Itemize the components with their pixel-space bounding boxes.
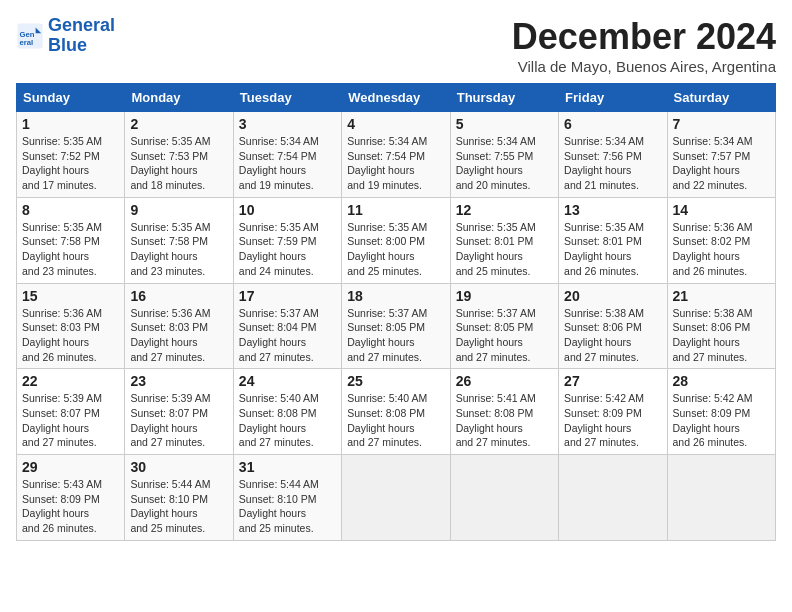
day-detail: Sunrise: 5:34 AMSunset: 7:54 PMDaylight …	[347, 135, 427, 191]
day-detail: Sunrise: 5:37 AMSunset: 8:04 PMDaylight …	[239, 307, 319, 363]
day-number: 27	[564, 373, 661, 389]
calendar-cell: 21 Sunrise: 5:38 AMSunset: 8:06 PMDaylig…	[667, 283, 775, 369]
calendar-cell: 20 Sunrise: 5:38 AMSunset: 8:06 PMDaylig…	[559, 283, 667, 369]
calendar-cell: 22 Sunrise: 5:39 AMSunset: 8:07 PMDaylig…	[17, 369, 125, 455]
calendar-cell: 14 Sunrise: 5:36 AMSunset: 8:02 PMDaylig…	[667, 197, 775, 283]
day-detail: Sunrise: 5:35 AMSunset: 7:58 PMDaylight …	[130, 221, 210, 277]
day-number: 3	[239, 116, 336, 132]
calendar-cell: 4 Sunrise: 5:34 AMSunset: 7:54 PMDayligh…	[342, 112, 450, 198]
day-number: 25	[347, 373, 444, 389]
calendar-cell	[342, 455, 450, 541]
day-detail: Sunrise: 5:40 AMSunset: 8:08 PMDaylight …	[347, 392, 427, 448]
day-detail: Sunrise: 5:37 AMSunset: 8:05 PMDaylight …	[347, 307, 427, 363]
calendar-cell: 24 Sunrise: 5:40 AMSunset: 8:08 PMDaylig…	[233, 369, 341, 455]
day-number: 17	[239, 288, 336, 304]
weekday-header: Thursday	[450, 84, 558, 112]
day-detail: Sunrise: 5:35 AMSunset: 7:59 PMDaylight …	[239, 221, 319, 277]
calendar-cell: 25 Sunrise: 5:40 AMSunset: 8:08 PMDaylig…	[342, 369, 450, 455]
day-detail: Sunrise: 5:35 AMSunset: 8:00 PMDaylight …	[347, 221, 427, 277]
day-number: 13	[564, 202, 661, 218]
day-number: 8	[22, 202, 119, 218]
day-number: 19	[456, 288, 553, 304]
day-detail: Sunrise: 5:35 AMSunset: 7:52 PMDaylight …	[22, 135, 102, 191]
day-number: 24	[239, 373, 336, 389]
calendar-title: December 2024	[512, 16, 776, 58]
day-detail: Sunrise: 5:38 AMSunset: 8:06 PMDaylight …	[673, 307, 753, 363]
day-detail: Sunrise: 5:40 AMSunset: 8:08 PMDaylight …	[239, 392, 319, 448]
day-number: 30	[130, 459, 227, 475]
calendar-cell: 16 Sunrise: 5:36 AMSunset: 8:03 PMDaylig…	[125, 283, 233, 369]
day-detail: Sunrise: 5:34 AMSunset: 7:54 PMDaylight …	[239, 135, 319, 191]
day-detail: Sunrise: 5:34 AMSunset: 7:56 PMDaylight …	[564, 135, 644, 191]
calendar-cell: 30 Sunrise: 5:44 AMSunset: 8:10 PMDaylig…	[125, 455, 233, 541]
calendar-subtitle: Villa de Mayo, Buenos Aires, Argentina	[512, 58, 776, 75]
day-detail: Sunrise: 5:34 AMSunset: 7:55 PMDaylight …	[456, 135, 536, 191]
day-detail: Sunrise: 5:43 AMSunset: 8:09 PMDaylight …	[22, 478, 102, 534]
day-detail: Sunrise: 5:39 AMSunset: 8:07 PMDaylight …	[22, 392, 102, 448]
day-number: 2	[130, 116, 227, 132]
day-number: 12	[456, 202, 553, 218]
calendar-week-row: 1 Sunrise: 5:35 AMSunset: 7:52 PMDayligh…	[17, 112, 776, 198]
calendar-week-row: 8 Sunrise: 5:35 AMSunset: 7:58 PMDayligh…	[17, 197, 776, 283]
day-number: 11	[347, 202, 444, 218]
calendar-cell: 9 Sunrise: 5:35 AMSunset: 7:58 PMDayligh…	[125, 197, 233, 283]
calendar-cell: 17 Sunrise: 5:37 AMSunset: 8:04 PMDaylig…	[233, 283, 341, 369]
calendar-cell: 1 Sunrise: 5:35 AMSunset: 7:52 PMDayligh…	[17, 112, 125, 198]
calendar-cell: 11 Sunrise: 5:35 AMSunset: 8:00 PMDaylig…	[342, 197, 450, 283]
day-number: 6	[564, 116, 661, 132]
day-number: 31	[239, 459, 336, 475]
calendar-cell: 8 Sunrise: 5:35 AMSunset: 7:58 PMDayligh…	[17, 197, 125, 283]
calendar-cell: 27 Sunrise: 5:42 AMSunset: 8:09 PMDaylig…	[559, 369, 667, 455]
day-detail: Sunrise: 5:36 AMSunset: 8:03 PMDaylight …	[22, 307, 102, 363]
logo-icon: Gen eral	[16, 22, 44, 50]
calendar-cell: 28 Sunrise: 5:42 AMSunset: 8:09 PMDaylig…	[667, 369, 775, 455]
calendar-week-row: 29 Sunrise: 5:43 AMSunset: 8:09 PMDaylig…	[17, 455, 776, 541]
calendar-cell	[450, 455, 558, 541]
svg-text:eral: eral	[20, 38, 34, 47]
day-number: 7	[673, 116, 770, 132]
calendar-cell: 3 Sunrise: 5:34 AMSunset: 7:54 PMDayligh…	[233, 112, 341, 198]
day-number: 26	[456, 373, 553, 389]
day-number: 14	[673, 202, 770, 218]
weekday-header-row: SundayMondayTuesdayWednesdayThursdayFrid…	[17, 84, 776, 112]
day-detail: Sunrise: 5:44 AMSunset: 8:10 PMDaylight …	[130, 478, 210, 534]
day-detail: Sunrise: 5:36 AMSunset: 8:03 PMDaylight …	[130, 307, 210, 363]
weekday-header: Wednesday	[342, 84, 450, 112]
day-number: 21	[673, 288, 770, 304]
weekday-header: Tuesday	[233, 84, 341, 112]
calendar-cell	[667, 455, 775, 541]
day-number: 10	[239, 202, 336, 218]
weekday-header: Monday	[125, 84, 233, 112]
day-number: 20	[564, 288, 661, 304]
weekday-header: Friday	[559, 84, 667, 112]
day-detail: Sunrise: 5:35 AMSunset: 7:53 PMDaylight …	[130, 135, 210, 191]
day-number: 15	[22, 288, 119, 304]
day-number: 28	[673, 373, 770, 389]
day-detail: Sunrise: 5:39 AMSunset: 8:07 PMDaylight …	[130, 392, 210, 448]
calendar-table: SundayMondayTuesdayWednesdayThursdayFrid…	[16, 83, 776, 541]
day-detail: Sunrise: 5:42 AMSunset: 8:09 PMDaylight …	[564, 392, 644, 448]
calendar-cell: 6 Sunrise: 5:34 AMSunset: 7:56 PMDayligh…	[559, 112, 667, 198]
calendar-cell: 26 Sunrise: 5:41 AMSunset: 8:08 PMDaylig…	[450, 369, 558, 455]
calendar-cell: 19 Sunrise: 5:37 AMSunset: 8:05 PMDaylig…	[450, 283, 558, 369]
day-detail: Sunrise: 5:35 AMSunset: 8:01 PMDaylight …	[564, 221, 644, 277]
weekday-header: Sunday	[17, 84, 125, 112]
day-detail: Sunrise: 5:35 AMSunset: 8:01 PMDaylight …	[456, 221, 536, 277]
day-detail: Sunrise: 5:41 AMSunset: 8:08 PMDaylight …	[456, 392, 536, 448]
calendar-cell: 5 Sunrise: 5:34 AMSunset: 7:55 PMDayligh…	[450, 112, 558, 198]
calendar-cell: 13 Sunrise: 5:35 AMSunset: 8:01 PMDaylig…	[559, 197, 667, 283]
calendar-cell: 2 Sunrise: 5:35 AMSunset: 7:53 PMDayligh…	[125, 112, 233, 198]
day-number: 23	[130, 373, 227, 389]
day-detail: Sunrise: 5:42 AMSunset: 8:09 PMDaylight …	[673, 392, 753, 448]
calendar-cell: 31 Sunrise: 5:44 AMSunset: 8:10 PMDaylig…	[233, 455, 341, 541]
day-number: 9	[130, 202, 227, 218]
day-detail: Sunrise: 5:37 AMSunset: 8:05 PMDaylight …	[456, 307, 536, 363]
logo-text: GeneralBlue	[48, 16, 115, 56]
day-detail: Sunrise: 5:35 AMSunset: 7:58 PMDaylight …	[22, 221, 102, 277]
day-number: 16	[130, 288, 227, 304]
calendar-cell: 12 Sunrise: 5:35 AMSunset: 8:01 PMDaylig…	[450, 197, 558, 283]
day-number: 22	[22, 373, 119, 389]
calendar-cell: 23 Sunrise: 5:39 AMSunset: 8:07 PMDaylig…	[125, 369, 233, 455]
day-detail: Sunrise: 5:38 AMSunset: 8:06 PMDaylight …	[564, 307, 644, 363]
calendar-cell: 15 Sunrise: 5:36 AMSunset: 8:03 PMDaylig…	[17, 283, 125, 369]
